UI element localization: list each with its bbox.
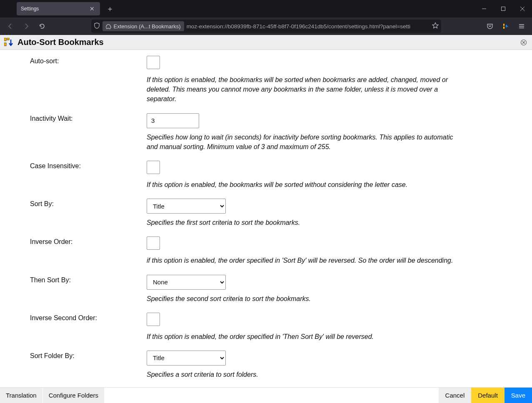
inactivity-wait-description: Specifies how long to wait (in seconds) … bbox=[147, 132, 455, 152]
cancel-button[interactable]: Cancel bbox=[439, 388, 472, 403]
inverse-second-order-description: If this option is enabled, the order spe… bbox=[147, 332, 455, 341]
bookmark-star-icon[interactable] bbox=[432, 22, 439, 30]
inverse-second-order-checkbox[interactable] bbox=[147, 313, 160, 326]
shield-icon[interactable] bbox=[94, 22, 100, 30]
back-button[interactable] bbox=[3, 19, 17, 33]
svg-rect-5 bbox=[503, 27, 505, 29]
case-insensitive-description: If this option is enabled, the bookmarks… bbox=[147, 180, 455, 189]
browser-navbar: Extension (A...t Bookmarks) moz-extensio… bbox=[0, 17, 532, 35]
footer-tab-translation[interactable]: Translation bbox=[0, 388, 43, 403]
extension-icon bbox=[106, 24, 111, 29]
setting-inverse-order: Inverse Order: if this option is enabled… bbox=[0, 236, 532, 265]
setting-case-insensitive: Case Insensitive: If this option is enab… bbox=[0, 161, 532, 189]
extension-toolbar-icon[interactable] bbox=[499, 19, 513, 33]
then-sort-by-label: Then Sort By: bbox=[30, 275, 147, 303]
sort-by-select[interactable]: Title bbox=[147, 199, 226, 214]
window-maximize-button[interactable] bbox=[494, 0, 513, 17]
inverse-order-description: if this option is enabled, the order spe… bbox=[147, 256, 455, 265]
page-title: Auto-Sort Bookmarks bbox=[17, 37, 104, 47]
auto-sort-checkbox[interactable] bbox=[147, 56, 160, 69]
setting-sort-by: Sort By: Title Specifies the first sort … bbox=[0, 199, 532, 227]
case-insensitive-checkbox[interactable] bbox=[147, 161, 160, 174]
case-insensitive-label: Case Insensitive: bbox=[30, 161, 147, 189]
url-text: moz-extension://b08939fb-871c-45ff-b8f7-… bbox=[187, 23, 430, 30]
window-controls bbox=[475, 0, 532, 17]
save-button[interactable]: Save bbox=[505, 388, 532, 403]
inactivity-wait-label: Inactivity Wait: bbox=[30, 113, 147, 152]
window-minimize-button[interactable] bbox=[475, 0, 494, 17]
sort-by-description: Specifies the first sort criteria to sor… bbox=[147, 218, 455, 227]
reload-button[interactable] bbox=[35, 19, 49, 33]
inverse-second-order-label: Inverse Second Order: bbox=[30, 313, 147, 341]
setting-then-sort-by: Then Sort By: None Specifies the second … bbox=[0, 275, 532, 303]
footer-bar: Translation Configure Folders Cancel Def… bbox=[0, 387, 532, 403]
sort-by-label: Sort By: bbox=[30, 199, 147, 227]
app-menu-button[interactable] bbox=[515, 19, 529, 33]
sort-folder-by-description: Specifies a sort criteria to sort folder… bbox=[147, 370, 455, 379]
svg-rect-11 bbox=[7, 38, 9, 40]
new-tab-button[interactable]: ＋ bbox=[103, 2, 117, 15]
inverse-order-checkbox[interactable] bbox=[147, 236, 160, 250]
setting-inverse-second-order: Inverse Second Order: If this option is … bbox=[0, 313, 532, 341]
pocket-icon[interactable] bbox=[483, 19, 497, 33]
inverse-order-label: Inverse Order: bbox=[30, 236, 147, 265]
settings-panel: Auto-sort: If this option is enabled, th… bbox=[0, 50, 532, 387]
url-bar[interactable]: Extension (A...t Bookmarks) moz-extensio… bbox=[91, 20, 441, 33]
svg-rect-9 bbox=[4, 38, 6, 41]
tab-title: Settings bbox=[21, 6, 88, 12]
default-button[interactable]: Default bbox=[471, 388, 505, 403]
extension-logo-icon bbox=[4, 38, 13, 47]
svg-rect-4 bbox=[503, 24, 505, 26]
auto-sort-description: If this option is enabled, the bookmarks… bbox=[147, 75, 455, 104]
footer-tab-configure-folders[interactable]: Configure Folders bbox=[43, 388, 105, 403]
setting-auto-sort: Auto-sort: If this option is enabled, th… bbox=[0, 56, 532, 104]
identity-pill[interactable]: Extension (A...t Bookmarks) bbox=[102, 21, 184, 31]
svg-rect-10 bbox=[4, 43, 6, 46]
auto-sort-label: Auto-sort: bbox=[30, 56, 147, 104]
browser-titlebar: Settings ✕ ＋ bbox=[0, 0, 532, 17]
inactivity-wait-input[interactable] bbox=[147, 113, 199, 128]
identity-label: Extension (A...t Bookmarks) bbox=[114, 23, 181, 30]
forward-button[interactable] bbox=[19, 19, 33, 33]
page-close-icon[interactable] bbox=[520, 38, 528, 47]
page-header: Auto-Sort Bookmarks bbox=[0, 35, 532, 50]
sort-folder-by-label: Sort Folder By: bbox=[30, 351, 147, 379]
tab-close-icon[interactable]: ✕ bbox=[88, 5, 96, 12]
svg-rect-1 bbox=[502, 7, 505, 11]
tab-strip: Settings ✕ ＋ bbox=[0, 0, 117, 15]
setting-inactivity-wait: Inactivity Wait: Specifies how long to w… bbox=[0, 113, 532, 152]
then-sort-by-description: Specifies the second sort criteria to so… bbox=[147, 294, 455, 303]
window-close-button[interactable] bbox=[513, 0, 532, 17]
sort-folder-by-select[interactable]: Title bbox=[147, 351, 226, 366]
setting-sort-folder-by: Sort Folder By: Title Specifies a sort c… bbox=[0, 351, 532, 379]
tab-settings[interactable]: Settings ✕ bbox=[17, 2, 100, 15]
then-sort-by-select[interactable]: None bbox=[147, 275, 226, 290]
